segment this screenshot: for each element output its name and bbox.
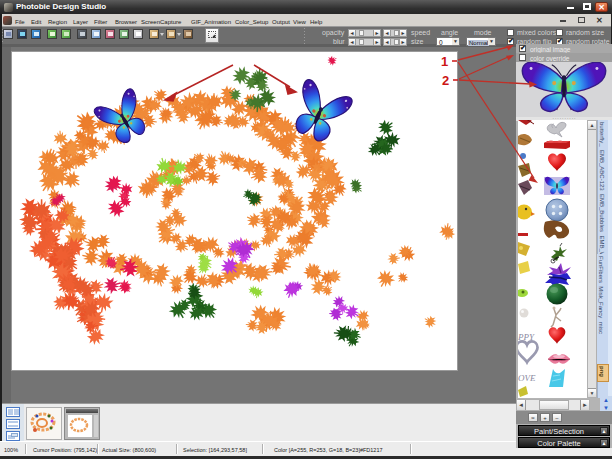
svg-text:OVE: OVE xyxy=(518,373,536,383)
